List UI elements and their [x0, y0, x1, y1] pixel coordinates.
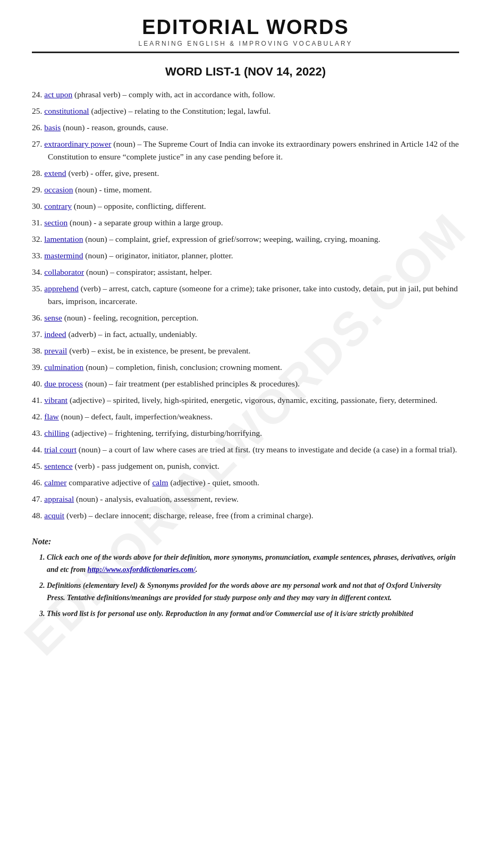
item-number: 40. — [32, 379, 42, 388]
word-definition: (phrasal verb) – comply with, act in acc… — [74, 90, 275, 99]
word-definition: (noun) - reason, grounds, cause. — [63, 123, 168, 132]
word-definition: (adjective) – frightening, terrifying, d… — [71, 428, 262, 437]
note-title: Note: — [32, 537, 459, 546]
note-item: Definitions (elementary level) & Synonym… — [47, 580, 459, 604]
site-title: EDITORIAL WORDS — [32, 16, 459, 39]
site-subtitle: LEARNING ENGLISH & IMPROVING VOCABULARY — [32, 40, 459, 47]
item-number: 31. — [32, 218, 42, 227]
word-link[interactable]: section — [44, 218, 67, 227]
word-link[interactable]: extraordinary power — [44, 139, 111, 148]
list-item: 31. section (noun) - a separate group wi… — [32, 216, 459, 229]
item-number: 28. — [32, 168, 42, 178]
word-definition: (adverb) – in fact, actually, undeniably… — [68, 330, 197, 339]
word-link[interactable]: constitutional — [44, 106, 89, 115]
note-text-3: This word list is for personal use only.… — [47, 610, 413, 618]
item-number: 38. — [32, 346, 42, 355]
item-number: 43. — [32, 428, 42, 437]
list-item: 46. calmer comparative adjective of calm… — [32, 476, 459, 489]
page-header: EDITORIAL WORDS LEARNING ENGLISH & IMPRO… — [32, 16, 459, 53]
word-link[interactable]: appraisal — [44, 494, 74, 503]
list-item: 30. contrary (noun) – opposite, conflict… — [32, 200, 459, 213]
word-definition: (noun) – defect, fault, imperfection/wea… — [61, 412, 213, 421]
word-definition: (noun) – completion, finish, conclusion;… — [86, 363, 282, 372]
word-definition: (verb) – declare innocent; discharge, re… — [66, 511, 314, 520]
word-definition: (noun) – a court of law where cases are … — [79, 445, 457, 454]
item-number: 35. — [32, 284, 42, 293]
list-item: 42. flaw (noun) – defect, fault, imperfe… — [32, 410, 459, 423]
item-number: 37. — [32, 330, 42, 339]
note-item: This word list is for personal use only.… — [47, 608, 459, 620]
item-number: 45. — [32, 461, 42, 470]
word-link[interactable]: act upon — [44, 90, 72, 99]
list-item: 37. indeed (adverb) – in fact, actually,… — [32, 328, 459, 341]
list-item: 36. sense (noun) - feeling, recognition,… — [32, 311, 459, 324]
word-link[interactable]: contrary — [44, 201, 72, 210]
list-item: 25. constitutional (adjective) – relatin… — [32, 105, 459, 117]
list-item: 28. extend (verb) - offer, give, present… — [32, 167, 459, 180]
word-definition: (verb) - offer, give, present. — [68, 168, 159, 178]
word-definition: (noun) – opposite, conflicting, differen… — [74, 201, 206, 210]
item-number: 24. — [32, 90, 42, 99]
item-number: 36. — [32, 313, 42, 322]
word-link[interactable]: due process — [44, 379, 83, 388]
word-link[interactable]: culmination — [44, 363, 83, 372]
word-link-2[interactable]: calm — [152, 478, 168, 487]
word-link[interactable]: lamentation — [44, 234, 83, 243]
list-item: 24. act upon (phrasal verb) – comply wit… — [32, 88, 459, 101]
word-link[interactable]: mastermind — [44, 251, 83, 260]
word-link[interactable]: apprehend — [44, 284, 79, 293]
list-item: 47. appraisal (noun) - analysis, evaluat… — [32, 493, 459, 505]
list-item: 35. apprehend (verb) – arrest, catch, ca… — [32, 282, 459, 308]
list-item: 44. trial court (noun) – a court of law … — [32, 443, 459, 456]
word-link[interactable]: calmer — [44, 478, 66, 487]
word-link[interactable]: basis — [44, 123, 61, 132]
word-link[interactable]: occasion — [44, 185, 73, 194]
word-link[interactable]: sentence — [44, 461, 72, 470]
word-link[interactable]: acquit — [44, 511, 64, 520]
list-item: 33. mastermind (noun) – originator, init… — [32, 249, 459, 262]
word-link[interactable]: trial court — [44, 445, 77, 454]
list-item: 32. lamentation (noun) – complaint, grie… — [32, 233, 459, 246]
word-definition: (noun) - time, moment. — [75, 185, 151, 194]
word-link[interactable]: extend — [44, 168, 66, 178]
note-list: Click each one of the words above for th… — [32, 552, 459, 620]
item-number: 41. — [32, 395, 42, 404]
list-item: 27. extraordinary power (noun) – The Sup… — [32, 138, 459, 163]
word-definition: (adjective) – spirited, lively, high-spi… — [70, 395, 437, 404]
list-item: 48. acquit (verb) – declare innocent; di… — [32, 509, 459, 522]
item-number: 34. — [32, 267, 42, 276]
word-definition: (noun) – complaint, grief, expression of… — [85, 234, 380, 243]
list-item: 39. culmination (noun) – completion, fin… — [32, 361, 459, 374]
list-item: 43. chilling (adjective) – frightening, … — [32, 427, 459, 440]
word-link[interactable]: indeed — [44, 330, 66, 339]
word-link[interactable]: vibrant — [44, 395, 67, 404]
word-definition-2: (adjective) - quiet, smooth. — [170, 478, 259, 487]
item-number: 27. — [32, 139, 42, 148]
word-link[interactable]: sense — [44, 313, 62, 322]
word-definition: (noun) – originator, initiator, planner,… — [85, 251, 233, 260]
oxford-link[interactable]: http://www.oxforddictionaries.com/ — [88, 566, 196, 574]
item-number: 30. — [32, 201, 42, 210]
note-text-2: Definitions (elementary level) & Synonym… — [47, 582, 441, 601]
word-definition: (noun) – conspirator; assistant, helper. — [86, 267, 212, 276]
list-item: 34. collaborator (noun) – conspirator; a… — [32, 266, 459, 279]
list-item: 26. basis (noun) - reason, grounds, caus… — [32, 121, 459, 134]
list-item: 40. due process (noun) – fair treatment … — [32, 377, 459, 390]
item-number: 29. — [32, 185, 42, 194]
item-number: 42. — [32, 412, 42, 421]
word-list-title: WORD LIST-1 (NOV 14, 2022) — [32, 65, 459, 79]
word-link[interactable]: chilling — [44, 428, 69, 437]
item-number: 48. — [32, 511, 42, 520]
word-link[interactable]: collaborator — [44, 267, 84, 276]
item-number: 39. — [32, 363, 42, 372]
word-definition: (noun) – fair treatment (per established… — [85, 379, 300, 388]
note-section: Note: Click each one of the words above … — [32, 537, 459, 620]
word-link[interactable]: prevail — [44, 346, 67, 355]
item-number: 25. — [32, 106, 42, 115]
word-link[interactable]: flaw — [44, 412, 59, 421]
item-number: 33. — [32, 251, 42, 260]
word-definition: (noun) - feeling, recognition, perceptio… — [64, 313, 199, 322]
item-number: 46. — [32, 478, 42, 487]
item-number: 44. — [32, 445, 42, 454]
word-definition: (noun) - a separate group within a large… — [70, 218, 223, 227]
